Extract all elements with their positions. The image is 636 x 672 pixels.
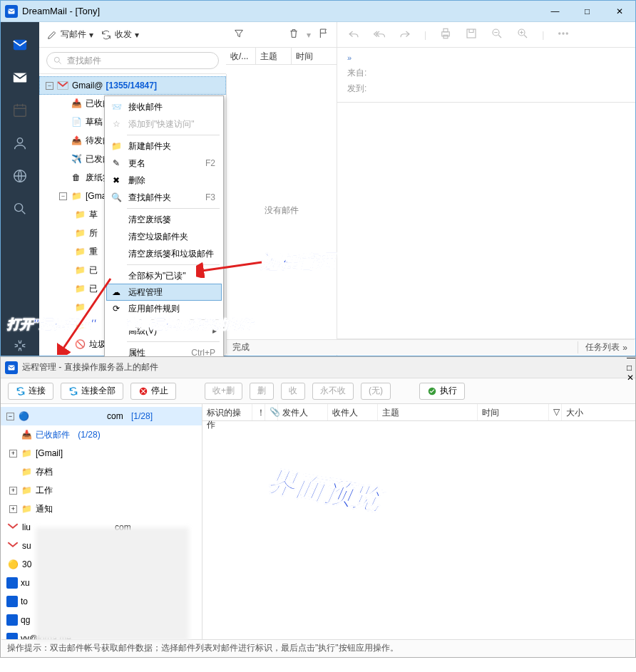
col-important[interactable]: ！ [252,404,265,420]
save-icon[interactable] [465,27,478,42]
nav-globe-icon[interactable] [10,166,30,186]
remote-account-root[interactable]: −🔵com [1/28] [1,407,202,425]
search-input[interactable]: 查找邮件 [46,52,219,69]
from-label: 来自: [347,67,376,79]
maximize-button[interactable]: □ [571,1,603,22]
more-icon[interactable] [557,27,570,42]
close-button[interactable]: ✕ [603,1,635,22]
collapse-icon[interactable]: − [46,82,53,90]
folder-toolbar: 写邮件 ▾ 收发 ▾ [39,22,226,48]
menu-remote-manage[interactable]: ☁远程管理 [106,284,222,301]
account-icon [6,577,18,589]
reply-all-icon[interactable] [373,27,386,42]
svg-point-15 [559,33,560,34]
print-icon[interactable] [439,27,452,42]
flag-icon[interactable] [318,28,329,41]
maximize-button[interactable]: □ [627,363,635,373]
menu-apply-rules[interactable]: ⟳应用邮件规则 [107,300,221,317]
connect-button[interactable]: 连接 [8,383,53,400]
menu-new-folder[interactable]: 📁新建邮件夹 [107,138,221,155]
connect-all-button[interactable]: 连接全部 [61,383,123,400]
receive-icon: 📨 [110,102,123,112]
menu-empty-trash[interactable]: 清空废纸篓 [107,211,221,228]
tree-account-root[interactable]: − Gmail@ [1355/14847] [39,76,226,95]
collapse-icon[interactable]: − [59,192,67,200]
svg-rect-12 [467,29,476,38]
menu-empty-both[interactable]: 清空废纸篓和垃圾邮件 [107,245,221,262]
chevron-up-icon[interactable]: » [347,53,625,62]
none-button: (无) [361,383,391,400]
exec-button[interactable]: 执行 [419,383,465,400]
col-time[interactable]: 时间 [478,404,549,420]
cloud-icon: ☁ [110,287,123,297]
list-toolbar: ▾ [226,22,337,48]
main-window: DreamMail - [Tony] — □ ✕ 写邮件 ▾ [0,0,636,356]
remote-notice[interactable]: +📁通知 [1,500,202,518]
remote-list: 标识的操作 ！ 📎 发件人 收件人 主题 时间 ▽ 大小 [202,404,635,640]
col-size[interactable]: 大小 [562,404,635,420]
col-from[interactable]: 发件人 [278,404,328,420]
title-bar: DreamMail - [Tony] — □ ✕ [1,1,635,22]
preview-header: » 来自: 发到: [337,48,635,103]
reply-icon[interactable] [347,27,360,42]
menu-find-folder[interactable]: 🔍查找邮件夹F3 [107,189,221,206]
delete-icon[interactable] [288,28,299,41]
forward-icon[interactable] [399,27,411,42]
remote-window-title: 远程管理 - 直接操作服务器上的邮件 [22,361,622,373]
svg-point-7 [54,57,59,62]
remote-gmail[interactable]: +📁[Gmail] [1,444,202,462]
menu-delete[interactable]: ✖删除 [107,172,221,189]
preview-toolbar: | | [337,22,635,48]
status-bar: 完成 任务列表» [227,339,635,355]
minimize-button[interactable]: — [539,1,571,22]
menu-empty-spam[interactable]: 清空垃圾邮件夹 [107,228,221,245]
menu-mark-read[interactable]: 全部标为"已读" [107,267,221,284]
remote-work[interactable]: +📁工作 [1,481,202,500]
svg-rect-11 [443,35,448,38]
folder-icon: 📁 [73,210,86,219]
list-header: 收/... 主题 时间 [226,48,337,65]
col-subject[interactable]: 主题 [378,404,478,420]
menu-advanced[interactable]: 高级(V)▸ [107,322,221,339]
nav-calendar-icon[interactable] [10,100,30,120]
compose-button[interactable]: 写邮件 ▾ [46,29,93,41]
del-button: 删 [250,383,274,400]
col-subject[interactable]: 主题 [256,48,292,64]
zoom-in-icon[interactable] [516,27,529,42]
search-row: 查找邮件 [39,48,226,74]
nav-app-icon[interactable] [10,35,30,55]
new-folder-icon: 📁 [110,141,123,151]
nav-contacts-icon[interactable] [10,133,30,153]
sendrecv-button[interactable]: 收发 ▾ [101,29,139,41]
menu-rename[interactable]: ✎更名F2 [107,155,221,172]
col-attach[interactable]: 📎 [265,404,278,420]
col-op[interactable]: 标识的操作 [202,404,252,420]
outbox-icon: 📤 [70,135,83,145]
col-sort[interactable]: ▽ [549,404,562,420]
folder-icon: 📁 [73,302,86,312]
account-icon: 🟡 [6,559,19,569]
svg-rect-10 [443,29,448,32]
minimize-button[interactable]: — [627,353,635,363]
recv-button: 收 [281,383,305,400]
search-icon: 🔍 [110,192,123,202]
menu-receive[interactable]: 📨接收邮件 [107,98,221,115]
filter-icon[interactable] [233,28,245,41]
remote-archive[interactable]: 📁存档 [1,462,202,481]
nav-mail-icon[interactable] [10,68,30,88]
remote-title-bar: 远程管理 - 直接操作服务器上的邮件 — □ ✕ [1,357,635,378]
col-to[interactable]: 收件人 [328,404,378,420]
folder-icon: 📁 [20,467,33,477]
close-button[interactable]: ✕ [627,373,635,383]
remote-inbox[interactable]: 📥已收邮件 (1/28) [1,425,202,444]
svg-rect-9 [442,32,450,36]
col-recv[interactable]: 收/... [226,48,256,64]
zoom-out-icon[interactable] [491,27,503,42]
stop-button[interactable]: 停止 [130,383,176,400]
folder-icon: 📁 [70,191,83,201]
delete-icon: ✖ [110,175,123,185]
nav-settings-icon[interactable] [10,336,30,356]
nav-search-icon[interactable] [10,199,30,219]
tasklist-button[interactable]: 任务列表» [578,341,635,353]
col-time[interactable]: 时间 [292,48,337,64]
